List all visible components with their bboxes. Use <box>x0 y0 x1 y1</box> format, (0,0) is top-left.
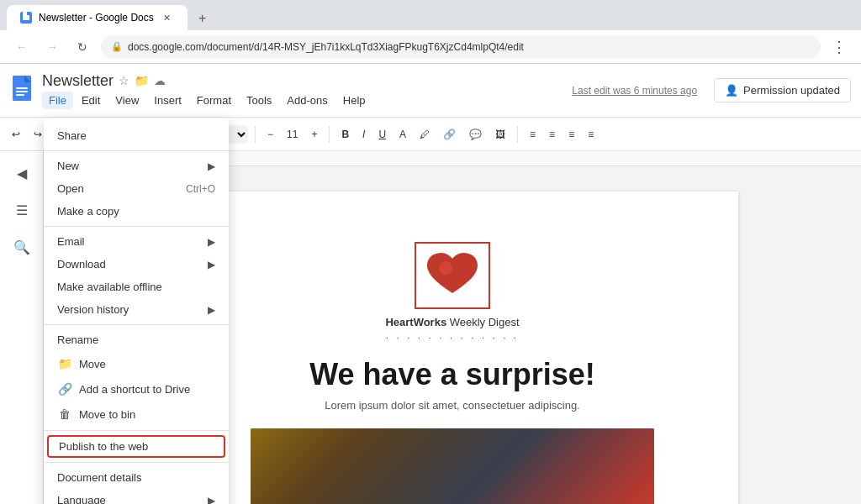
toolbar-separator-5 <box>517 126 518 143</box>
menu-item-version-history[interactable]: Version history ▶ <box>44 298 229 321</box>
menu-item-insert[interactable]: Insert <box>147 92 188 109</box>
menu-item-add-shortcut[interactable]: 🔗 Add a shortcut to Drive <box>44 376 229 402</box>
menu-item-share[interactable]: Share <box>44 124 229 147</box>
menu-item-language[interactable]: Language ▶ <box>44 489 229 504</box>
org-name-bold: HeartWorks <box>385 316 446 328</box>
svg-point-8 <box>439 261 452 275</box>
tab-favicon <box>20 12 32 24</box>
download-arrow-icon: ▶ <box>208 259 215 270</box>
toolbar-separator-4 <box>329 126 330 143</box>
open-shortcut: Ctrl+O <box>186 183 215 195</box>
undo-button[interactable]: ↩ <box>7 125 25 144</box>
doc-heading: We have a surprise! <box>309 357 595 392</box>
menu-item-download[interactable]: Download ▶ <box>44 253 229 276</box>
menu-item-email[interactable]: Email ▶ <box>44 230 229 253</box>
org-name: HeartWorks Weekly Digest <box>385 316 519 328</box>
menu-item-move[interactable]: 📁 Move <box>44 351 229 376</box>
menu-item-offline[interactable]: Make available offline <box>44 276 229 298</box>
menu-item-rename[interactable]: Rename <box>44 328 229 351</box>
app-header: Newsletter ☆ 📁 ☁ File Edit View Insert F… <box>0 64 861 118</box>
new-label: New <box>57 160 201 172</box>
link-button[interactable]: 🔗 <box>438 125 461 144</box>
align-justify[interactable]: ≡ <box>583 125 599 144</box>
doc-subtext: Lorem ipsum dolor sit amet, consectetuer… <box>325 399 579 412</box>
move-label: Move <box>79 358 215 370</box>
menu-item-file[interactable]: File <box>42 92 73 109</box>
document-page: HeartWorks Weekly Digest · · · · · · · ·… <box>166 192 738 504</box>
new-tab-button[interactable]: + <box>191 7 214 30</box>
svg-rect-5 <box>16 87 28 89</box>
menu-item-new[interactable]: New ▶ <box>44 155 229 177</box>
permission-text: Permission updated <box>743 84 840 97</box>
active-tab[interactable]: Newsletter - Google Docs ✕ <box>7 5 188 30</box>
star-icon[interactable]: ☆ <box>119 74 129 87</box>
open-label: Open <box>57 182 179 195</box>
menu-item-view[interactable]: View <box>108 92 145 109</box>
menu-item-move-to-bin[interactable]: 🗑 Move to bin <box>44 402 229 427</box>
file-dropdown-menu: Share New ▶ Open Ctrl+O Make a copy Emai… <box>44 118 229 504</box>
folder-icon[interactable]: 📁 <box>135 74 149 87</box>
align-left[interactable]: ≡ <box>525 125 541 144</box>
menu-section-share: Share <box>44 121 229 151</box>
menu-item-make-copy[interactable]: Make a copy <box>44 200 229 223</box>
email-label: Email <box>57 235 201 248</box>
menu-section-share-ops: Email ▶ Download ▶ Make available offlin… <box>44 227 229 325</box>
menu-bar: File Edit View Insert Format Tools Add-o… <box>42 92 565 109</box>
font-size-value[interactable]: 11 <box>282 125 303 144</box>
comment-button[interactable]: 💬 <box>464 125 487 144</box>
menu-item-edit[interactable]: Edit <box>75 92 107 109</box>
refresh-button[interactable]: ↻ <box>71 35 94 59</box>
sidebar-outline-icon[interactable]: ☰ <box>7 195 37 225</box>
document-details-label: Document details <box>57 471 215 484</box>
align-center[interactable]: ≡ <box>544 125 560 144</box>
language-arrow-icon: ▶ <box>208 495 215 505</box>
url-bar[interactable]: 🔒 docs.google.com/document/d/14R-MSY_jEh… <box>101 35 821 59</box>
font-size-increase[interactable]: + <box>306 125 322 144</box>
sidebar-search-icon[interactable]: 🔍 <box>7 232 37 262</box>
back-button[interactable]: ← <box>10 35 34 59</box>
language-label: Language <box>57 494 201 504</box>
italic-button[interactable]: I <box>357 125 370 144</box>
toolbar-separator-3 <box>255 126 256 143</box>
make-copy-label: Make a copy <box>57 205 215 218</box>
share-label: Share <box>57 129 215 142</box>
tab-close-button[interactable]: ✕ <box>161 11 174 24</box>
svg-rect-6 <box>16 91 28 92</box>
text-color-button[interactable]: A <box>394 125 411 144</box>
docs-logo <box>10 75 35 107</box>
menu-item-format[interactable]: Format <box>190 92 238 109</box>
menu-item-help[interactable]: Help <box>336 92 372 109</box>
sidebar-back-icon[interactable]: ◀ <box>7 158 37 188</box>
publish-web-label: Publish to the web <box>59 440 214 453</box>
more-options-button[interactable]: ⋮ <box>827 35 851 59</box>
menu-item-tools[interactable]: Tools <box>240 92 278 109</box>
bold-button[interactable]: B <box>336 125 354 144</box>
menu-item-open[interactable]: Open Ctrl+O <box>44 177 229 200</box>
menu-item-addons[interactable]: Add-ons <box>280 92 334 109</box>
svg-rect-1 <box>27 12 30 15</box>
highlight-button[interactable]: 🖊 <box>415 125 435 144</box>
cloud-icon[interactable]: ☁ <box>154 74 166 87</box>
menu-section-organize: Rename 📁 Move 🔗 Add a shortcut to Drive … <box>44 325 229 431</box>
forward-button[interactable]: → <box>40 35 64 59</box>
sidebar: ◀ ☰ 🔍 <box>0 151 44 504</box>
profile-area: ⋮ <box>827 35 851 59</box>
menu-section-settings: Document details Language ▶ Page setup <box>44 463 229 504</box>
doc-dots: · · · · · · · · · · · · · <box>386 332 519 344</box>
doc-title: Newsletter <box>42 72 114 90</box>
font-size-decrease[interactable]: − <box>262 125 278 144</box>
permission-badge: 👤 Permission updated <box>714 78 851 102</box>
align-right[interactable]: ≡ <box>563 125 579 144</box>
last-edit-text[interactable]: Last edit was 6 minutes ago <box>572 85 697 97</box>
menu-item-publish-web[interactable]: Publish to the web <box>47 435 225 458</box>
document-page-wrapper: HeartWorks Weekly Digest · · · · · · · ·… <box>166 175 738 504</box>
rename-label: Rename <box>57 333 215 346</box>
underline-button[interactable]: U <box>373 125 391 144</box>
image-button[interactable]: 🖼 <box>490 125 510 144</box>
lock-icon: 🔒 <box>111 41 123 52</box>
doc-title-row: Newsletter ☆ 📁 ☁ <box>42 72 565 90</box>
org-logo-box <box>415 242 490 309</box>
menu-item-document-details[interactable]: Document details <box>44 466 229 489</box>
svg-rect-7 <box>16 94 24 96</box>
shortcut-icon: 🔗 <box>57 381 72 396</box>
